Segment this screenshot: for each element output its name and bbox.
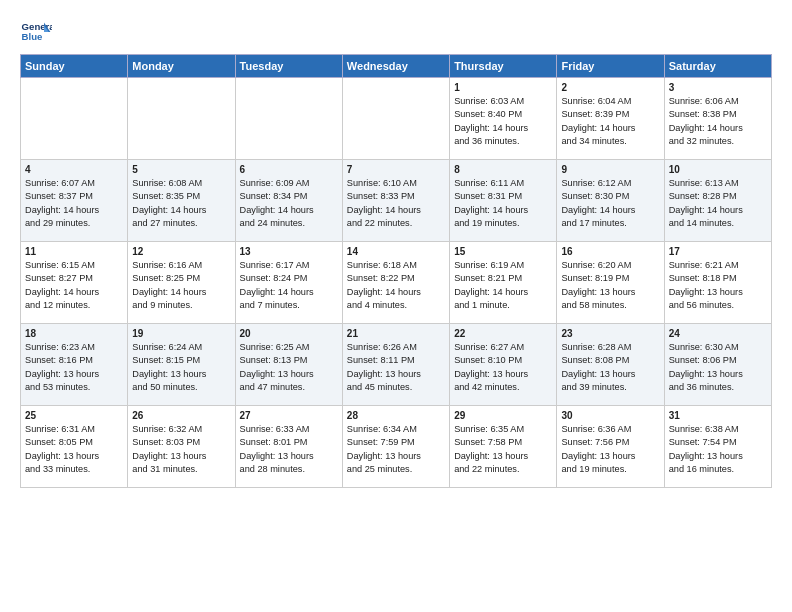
day-info: Sunrise: 6:19 AM Sunset: 8:21 PM Dayligh… — [454, 259, 552, 312]
calendar-cell: 30Sunrise: 6:36 AM Sunset: 7:56 PM Dayli… — [557, 406, 664, 488]
day-info: Sunrise: 6:15 AM Sunset: 8:27 PM Dayligh… — [25, 259, 123, 312]
day-info: Sunrise: 6:27 AM Sunset: 8:10 PM Dayligh… — [454, 341, 552, 394]
calendar-cell — [235, 78, 342, 160]
day-info: Sunrise: 6:23 AM Sunset: 8:16 PM Dayligh… — [25, 341, 123, 394]
day-number: 24 — [669, 328, 767, 339]
day-info: Sunrise: 6:38 AM Sunset: 7:54 PM Dayligh… — [669, 423, 767, 476]
day-info: Sunrise: 6:18 AM Sunset: 8:22 PM Dayligh… — [347, 259, 445, 312]
calendar-cell: 19Sunrise: 6:24 AM Sunset: 8:15 PM Dayli… — [128, 324, 235, 406]
day-number: 23 — [561, 328, 659, 339]
day-number: 15 — [454, 246, 552, 257]
calendar-cell: 17Sunrise: 6:21 AM Sunset: 8:18 PM Dayli… — [664, 242, 771, 324]
day-number: 7 — [347, 164, 445, 175]
calendar-cell: 6Sunrise: 6:09 AM Sunset: 8:34 PM Daylig… — [235, 160, 342, 242]
week-row-5: 25Sunrise: 6:31 AM Sunset: 8:05 PM Dayli… — [21, 406, 772, 488]
day-info: Sunrise: 6:12 AM Sunset: 8:30 PM Dayligh… — [561, 177, 659, 230]
day-number: 19 — [132, 328, 230, 339]
day-number: 17 — [669, 246, 767, 257]
day-info: Sunrise: 6:03 AM Sunset: 8:40 PM Dayligh… — [454, 95, 552, 148]
day-info: Sunrise: 6:04 AM Sunset: 8:39 PM Dayligh… — [561, 95, 659, 148]
day-info: Sunrise: 6:26 AM Sunset: 8:11 PM Dayligh… — [347, 341, 445, 394]
calendar-cell: 23Sunrise: 6:28 AM Sunset: 8:08 PM Dayli… — [557, 324, 664, 406]
calendar-cell: 24Sunrise: 6:30 AM Sunset: 8:06 PM Dayli… — [664, 324, 771, 406]
day-number: 29 — [454, 410, 552, 421]
calendar-cell: 18Sunrise: 6:23 AM Sunset: 8:16 PM Dayli… — [21, 324, 128, 406]
svg-text:Blue: Blue — [22, 31, 43, 42]
day-info: Sunrise: 6:17 AM Sunset: 8:24 PM Dayligh… — [240, 259, 338, 312]
week-row-1: 1Sunrise: 6:03 AM Sunset: 8:40 PM Daylig… — [21, 78, 772, 160]
weekday-header-monday: Monday — [128, 55, 235, 78]
calendar-cell — [21, 78, 128, 160]
day-info: Sunrise: 6:09 AM Sunset: 8:34 PM Dayligh… — [240, 177, 338, 230]
calendar-cell: 26Sunrise: 6:32 AM Sunset: 8:03 PM Dayli… — [128, 406, 235, 488]
day-info: Sunrise: 6:28 AM Sunset: 8:08 PM Dayligh… — [561, 341, 659, 394]
weekday-header-thursday: Thursday — [450, 55, 557, 78]
day-number: 20 — [240, 328, 338, 339]
day-info: Sunrise: 6:25 AM Sunset: 8:13 PM Dayligh… — [240, 341, 338, 394]
calendar: SundayMondayTuesdayWednesdayThursdayFrid… — [20, 54, 772, 488]
calendar-cell: 22Sunrise: 6:27 AM Sunset: 8:10 PM Dayli… — [450, 324, 557, 406]
day-number: 22 — [454, 328, 552, 339]
weekday-header-saturday: Saturday — [664, 55, 771, 78]
calendar-cell — [128, 78, 235, 160]
day-info: Sunrise: 6:30 AM Sunset: 8:06 PM Dayligh… — [669, 341, 767, 394]
week-row-2: 4Sunrise: 6:07 AM Sunset: 8:37 PM Daylig… — [21, 160, 772, 242]
day-info: Sunrise: 6:33 AM Sunset: 8:01 PM Dayligh… — [240, 423, 338, 476]
day-number: 27 — [240, 410, 338, 421]
day-info: Sunrise: 6:34 AM Sunset: 7:59 PM Dayligh… — [347, 423, 445, 476]
day-info: Sunrise: 6:31 AM Sunset: 8:05 PM Dayligh… — [25, 423, 123, 476]
calendar-cell: 15Sunrise: 6:19 AM Sunset: 8:21 PM Dayli… — [450, 242, 557, 324]
day-number: 16 — [561, 246, 659, 257]
calendar-cell: 9Sunrise: 6:12 AM Sunset: 8:30 PM Daylig… — [557, 160, 664, 242]
calendar-cell: 1Sunrise: 6:03 AM Sunset: 8:40 PM Daylig… — [450, 78, 557, 160]
day-number: 25 — [25, 410, 123, 421]
day-number: 12 — [132, 246, 230, 257]
week-row-4: 18Sunrise: 6:23 AM Sunset: 8:16 PM Dayli… — [21, 324, 772, 406]
calendar-cell: 5Sunrise: 6:08 AM Sunset: 8:35 PM Daylig… — [128, 160, 235, 242]
calendar-cell: 13Sunrise: 6:17 AM Sunset: 8:24 PM Dayli… — [235, 242, 342, 324]
calendar-cell: 29Sunrise: 6:35 AM Sunset: 7:58 PM Dayli… — [450, 406, 557, 488]
logo: General Blue — [20, 16, 52, 48]
day-number: 6 — [240, 164, 338, 175]
day-number: 3 — [669, 82, 767, 93]
day-info: Sunrise: 6:07 AM Sunset: 8:37 PM Dayligh… — [25, 177, 123, 230]
day-number: 9 — [561, 164, 659, 175]
day-number: 14 — [347, 246, 445, 257]
page-container: General Blue SundayMondayTuesdayWednesda… — [0, 0, 792, 498]
logo-icon: General Blue — [20, 16, 52, 48]
calendar-cell: 27Sunrise: 6:33 AM Sunset: 8:01 PM Dayli… — [235, 406, 342, 488]
day-info: Sunrise: 6:32 AM Sunset: 8:03 PM Dayligh… — [132, 423, 230, 476]
day-info: Sunrise: 6:21 AM Sunset: 8:18 PM Dayligh… — [669, 259, 767, 312]
weekday-header-friday: Friday — [557, 55, 664, 78]
calendar-cell: 4Sunrise: 6:07 AM Sunset: 8:37 PM Daylig… — [21, 160, 128, 242]
day-info: Sunrise: 6:35 AM Sunset: 7:58 PM Dayligh… — [454, 423, 552, 476]
weekday-header-wednesday: Wednesday — [342, 55, 449, 78]
day-info: Sunrise: 6:36 AM Sunset: 7:56 PM Dayligh… — [561, 423, 659, 476]
day-info: Sunrise: 6:10 AM Sunset: 8:33 PM Dayligh… — [347, 177, 445, 230]
day-info: Sunrise: 6:11 AM Sunset: 8:31 PM Dayligh… — [454, 177, 552, 230]
calendar-cell: 11Sunrise: 6:15 AM Sunset: 8:27 PM Dayli… — [21, 242, 128, 324]
calendar-cell: 21Sunrise: 6:26 AM Sunset: 8:11 PM Dayli… — [342, 324, 449, 406]
weekday-header-tuesday: Tuesday — [235, 55, 342, 78]
weekday-header-row: SundayMondayTuesdayWednesdayThursdayFrid… — [21, 55, 772, 78]
day-number: 30 — [561, 410, 659, 421]
calendar-cell: 16Sunrise: 6:20 AM Sunset: 8:19 PM Dayli… — [557, 242, 664, 324]
day-info: Sunrise: 6:06 AM Sunset: 8:38 PM Dayligh… — [669, 95, 767, 148]
day-number: 13 — [240, 246, 338, 257]
day-number: 11 — [25, 246, 123, 257]
calendar-cell: 20Sunrise: 6:25 AM Sunset: 8:13 PM Dayli… — [235, 324, 342, 406]
calendar-cell: 12Sunrise: 6:16 AM Sunset: 8:25 PM Dayli… — [128, 242, 235, 324]
day-number: 28 — [347, 410, 445, 421]
day-info: Sunrise: 6:08 AM Sunset: 8:35 PM Dayligh… — [132, 177, 230, 230]
calendar-cell — [342, 78, 449, 160]
day-number: 5 — [132, 164, 230, 175]
day-info: Sunrise: 6:13 AM Sunset: 8:28 PM Dayligh… — [669, 177, 767, 230]
day-number: 2 — [561, 82, 659, 93]
day-number: 4 — [25, 164, 123, 175]
calendar-cell: 2Sunrise: 6:04 AM Sunset: 8:39 PM Daylig… — [557, 78, 664, 160]
calendar-cell: 25Sunrise: 6:31 AM Sunset: 8:05 PM Dayli… — [21, 406, 128, 488]
header: General Blue — [20, 16, 772, 48]
calendar-cell: 31Sunrise: 6:38 AM Sunset: 7:54 PM Dayli… — [664, 406, 771, 488]
weekday-header-sunday: Sunday — [21, 55, 128, 78]
calendar-cell: 7Sunrise: 6:10 AM Sunset: 8:33 PM Daylig… — [342, 160, 449, 242]
